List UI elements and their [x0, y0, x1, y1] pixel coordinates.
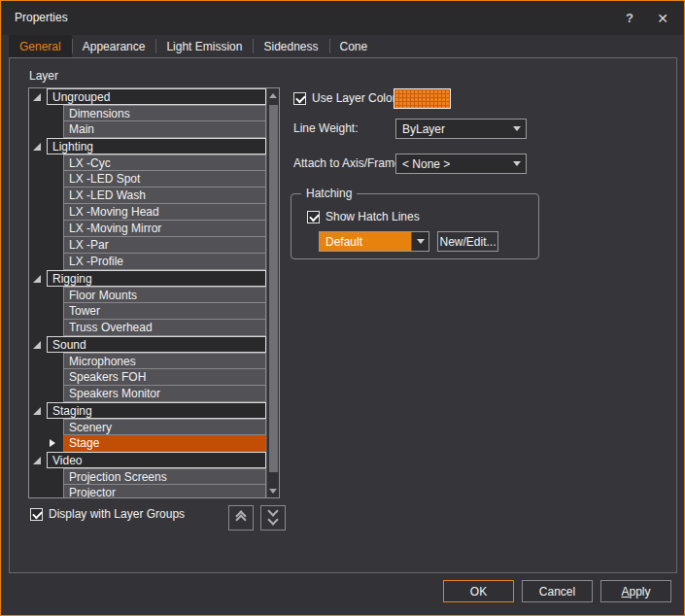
- tab[interactable]: General: [9, 35, 72, 57]
- layer-rows: Ungrouped Dimensions Main Lighting: [29, 88, 266, 497]
- layer-row[interactable]: Speakers Monitor: [29, 386, 266, 402]
- chevron-down-icon: [513, 126, 521, 131]
- layer-row-label: Dimensions: [63, 105, 266, 121]
- display-with-layer-groups-label: Display with Layer Groups: [49, 507, 185, 521]
- layer-row[interactable]: Stage: [29, 435, 266, 452]
- layer-row-label: Floor Mounts: [63, 287, 266, 303]
- layer-row-label: Speakers FOH: [63, 369, 266, 386]
- layer-row[interactable]: Main: [29, 121, 266, 138]
- expand-collapse-icon[interactable]: [33, 457, 41, 464]
- tab[interactable]: Light Emission: [155, 35, 253, 57]
- scroll-up-button[interactable]: [267, 88, 279, 102]
- layer-row[interactable]: Floor Mounts: [29, 287, 266, 303]
- chevron-down-icon: [513, 161, 521, 166]
- layer-row[interactable]: LX -LED Wash: [29, 188, 266, 204]
- expand-collapse-icon[interactable]: [33, 93, 41, 101]
- layer-row-label: Sound: [47, 336, 266, 353]
- display-with-layer-groups-checkbox[interactable]: [30, 508, 43, 521]
- attach-axis-frame-select[interactable]: < None >: [395, 154, 527, 174]
- layer-row[interactable]: Dimensions: [29, 105, 266, 121]
- general-tab-panel: Layer Ungrouped Dimensions Mai: [9, 57, 677, 573]
- layer-row[interactable]: Tower: [29, 303, 266, 320]
- layer-row[interactable]: Rigging: [29, 270, 266, 287]
- ok-button[interactable]: OK: [443, 580, 514, 602]
- hatch-pattern-select[interactable]: Default: [319, 231, 429, 252]
- layer-row[interactable]: LX -Moving Head: [29, 204, 266, 221]
- attach-axis-frame-value: < None >: [396, 157, 508, 171]
- use-layer-color-row: Use Layer Color: [293, 91, 396, 105]
- layer-row-label: LX -LED Wash: [63, 188, 266, 204]
- show-hatch-lines-checkbox[interactable]: [307, 211, 320, 223]
- layer-row[interactable]: LX -Moving Mirror: [29, 221, 266, 237]
- move-layer-up-button[interactable]: [228, 505, 254, 530]
- layer-row-label: Scenery: [63, 419, 266, 435]
- line-weight-value: ByLayer: [396, 122, 508, 136]
- layer-row-label: Stage: [63, 435, 266, 452]
- help-button[interactable]: ?: [615, 1, 644, 35]
- scrollbar-thumb[interactable]: [269, 105, 278, 472]
- layer-row[interactable]: LX -Cyc: [29, 154, 266, 171]
- tab-label: Sidedness: [263, 40, 318, 53]
- layer-color-swatch[interactable]: [394, 88, 451, 109]
- layer-row[interactable]: Truss Overhead: [29, 320, 266, 336]
- window-title: Properties: [15, 1, 68, 35]
- use-layer-color-checkbox[interactable]: [293, 92, 306, 105]
- cancel-button[interactable]: Cancel: [522, 580, 593, 602]
- layer-row[interactable]: Video: [29, 452, 266, 468]
- chevron-down-icon: [417, 239, 425, 244]
- layer-row-label: Truss Overhead: [63, 320, 266, 336]
- new-edit-button[interactable]: New/Edit...: [437, 231, 498, 252]
- tab-label: Light Emission: [166, 40, 242, 53]
- layer-row[interactable]: LX -Profile: [29, 254, 266, 270]
- move-layer-down-button[interactable]: [260, 505, 286, 530]
- apply-button[interactable]: Apply: [600, 580, 671, 602]
- line-weight-select[interactable]: ByLayer: [395, 119, 527, 139]
- layer-row[interactable]: Microphones: [29, 353, 266, 369]
- layer-row-label: Tower: [63, 303, 266, 320]
- layer-row-label: Projector: [63, 485, 266, 497]
- layer-list: Ungrouped Dimensions Main Lighting: [28, 87, 280, 498]
- cancel-label: Cancel: [539, 585, 575, 599]
- layer-section-label: Layer: [29, 69, 58, 83]
- layer-row[interactable]: Speakers FOH: [29, 369, 266, 386]
- hatching-label: Hatching: [301, 187, 357, 200]
- layer-row[interactable]: Lighting: [29, 138, 266, 154]
- layer-row[interactable]: Staging: [29, 402, 266, 419]
- layer-row-label: LX -Cyc: [63, 154, 266, 171]
- expand-collapse-icon[interactable]: [33, 275, 41, 283]
- close-icon: ✕: [657, 11, 668, 26]
- layer-row-label: Staging: [47, 402, 266, 419]
- layer-row-label: Lighting: [47, 138, 266, 154]
- layer-row-label: LX -Par: [63, 237, 266, 254]
- scrollbar[interactable]: [266, 88, 279, 497]
- layer-row[interactable]: Projection Screens: [29, 468, 266, 485]
- arrow-down-icon: [269, 489, 277, 494]
- layer-row[interactable]: Ungrouped: [29, 88, 266, 105]
- layer-row-label: LX -Moving Mirror: [63, 221, 266, 237]
- tab[interactable]: Sidedness: [253, 35, 328, 57]
- close-button[interactable]: ✕: [648, 1, 677, 35]
- layer-row[interactable]: Scenery: [29, 419, 266, 435]
- layer-row-label: Microphones: [63, 353, 266, 369]
- expand-collapse-icon[interactable]: [33, 143, 41, 151]
- layer-row[interactable]: LX -Par: [29, 237, 266, 254]
- show-hatch-lines-label: Show Hatch Lines: [325, 210, 420, 223]
- tab[interactable]: Appearance: [72, 35, 156, 57]
- titlebar: Properties ? ✕: [2, 1, 683, 35]
- layer-row[interactable]: Projector: [29, 485, 266, 497]
- layer-row[interactable]: LX -LED Spot: [29, 171, 266, 188]
- apply-label: Apply: [621, 585, 650, 599]
- help-icon: ?: [626, 11, 634, 25]
- tab[interactable]: Cone: [329, 35, 379, 57]
- properties-dialog: Properties ? ✕ General Appearance Light …: [0, 0, 685, 616]
- scroll-down-button[interactable]: [267, 484, 279, 497]
- layer-row-label: LX -LED Spot: [63, 171, 266, 188]
- tab-label: Cone: [340, 40, 368, 53]
- tab-bar: General Appearance Light Emission Sidedn…: [9, 35, 378, 57]
- layer-row[interactable]: Sound: [29, 336, 266, 353]
- hatching-groupbox: Hatching Show Hatch Lines Default New/Ed…: [291, 193, 539, 259]
- expand-collapse-icon[interactable]: [33, 341, 41, 349]
- expand-collapse-icon[interactable]: [33, 407, 41, 415]
- tab-label: General: [19, 40, 61, 53]
- ok-label: OK: [470, 585, 487, 599]
